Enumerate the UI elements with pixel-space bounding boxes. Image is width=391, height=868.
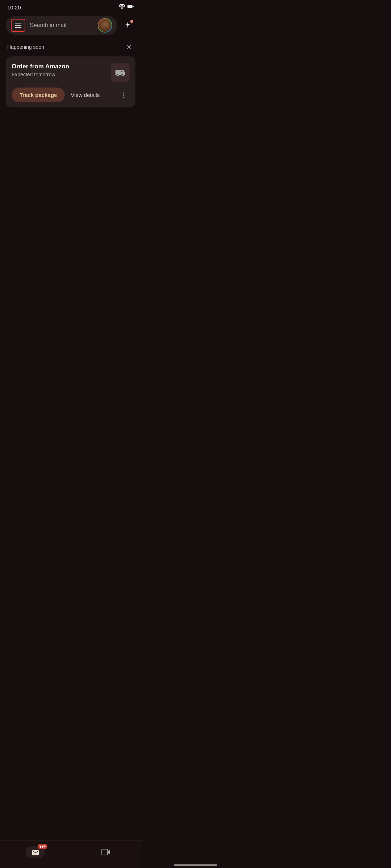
sparkle-notification-dot: [130, 20, 133, 23]
track-package-button[interactable]: Track package: [12, 88, 65, 102]
status-time: 10:20: [7, 4, 21, 10]
hamburger-line: [15, 27, 21, 28]
happening-soon-label: Happening soon: [7, 44, 44, 50]
dismiss-happening-soon-button[interactable]: [124, 42, 134, 52]
wifi-icon: [119, 4, 125, 10]
order-title: Order from Amazon: [12, 63, 69, 70]
svg-point-5: [123, 94, 124, 95]
status-bar: 10:20: [0, 0, 141, 13]
avatar-face: [98, 19, 112, 32]
battery-icon: [127, 4, 134, 10]
sparkle-button[interactable]: [120, 18, 135, 33]
search-bar-container: Search in mail: [0, 13, 141, 38]
svg-rect-3: [128, 5, 133, 8]
svg-point-6: [123, 97, 124, 98]
happening-soon-header: Happening soon: [0, 38, 141, 55]
order-subtitle: Expected tomorrow: [12, 72, 69, 77]
avatar: [98, 19, 112, 32]
delivery-truck-button[interactable]: [111, 63, 130, 82]
svg-rect-2: [133, 6, 134, 7]
hamburger-line: [15, 25, 21, 26]
status-icons: [119, 4, 134, 10]
order-card: Order from Amazon Expected tomorrow Trac…: [6, 56, 135, 107]
search-placeholder: Search in mail: [30, 22, 93, 29]
hamburger-line: [15, 23, 21, 24]
view-details-button[interactable]: View details: [69, 88, 101, 102]
order-info: Order from Amazon Expected tomorrow: [12, 63, 69, 77]
svg-point-0: [121, 8, 123, 9]
order-header: Order from Amazon Expected tomorrow: [12, 63, 130, 82]
svg-point-4: [123, 92, 124, 93]
action-row: Track package View details: [12, 88, 130, 102]
more-options-button[interactable]: [118, 89, 130, 101]
avatar-container[interactable]: [98, 18, 112, 33]
search-bar[interactable]: Search in mail: [6, 16, 117, 35]
hamburger-button[interactable]: [11, 19, 25, 32]
